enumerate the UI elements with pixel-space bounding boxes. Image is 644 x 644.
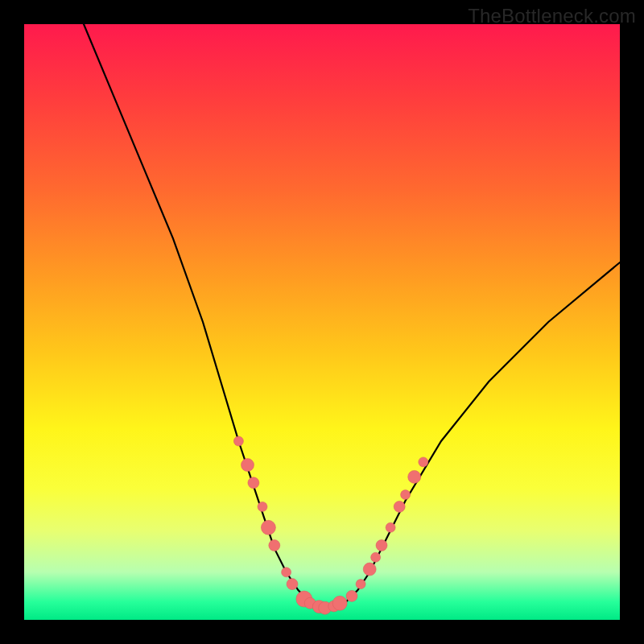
marker-point [287, 579, 298, 590]
marker-point [282, 568, 291, 577]
marker-point [419, 457, 428, 467]
marker-point [261, 520, 275, 535]
marker-point [332, 596, 347, 610]
plot-area [24, 24, 620, 620]
bottleneck-curve [84, 24, 620, 608]
watermark-text: TheBottleneck.com [468, 5, 636, 27]
marker-point [363, 563, 376, 576]
marker-point [242, 459, 254, 472]
marker-point [346, 590, 357, 601]
marker-point [371, 552, 381, 562]
marker-point [258, 502, 267, 511]
marker-point [386, 522, 395, 532]
marker-point [233, 436, 243, 446]
marker-point [394, 501, 405, 512]
chart-frame: TheBottleneck.com [0, 0, 644, 644]
marker-group [233, 436, 427, 614]
marker-point [356, 580, 365, 589]
marker-point [401, 490, 411, 500]
marker-point [408, 470, 421, 483]
curve-svg [24, 24, 620, 620]
marker-point [376, 540, 387, 551]
marker-point [269, 540, 280, 551]
marker-point [248, 477, 259, 489]
